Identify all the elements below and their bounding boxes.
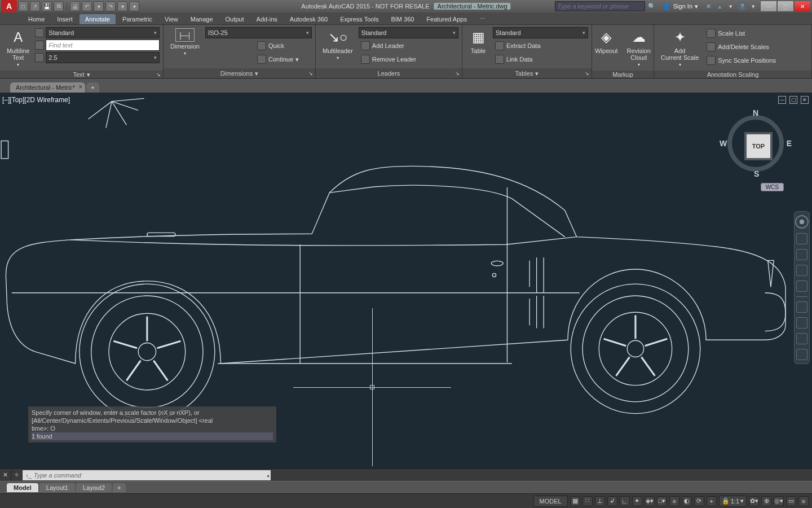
grid-icon[interactable]: ▦ [570,496,580,506]
plot-icon[interactable]: 🖨 [70,1,80,11]
link-data-button[interactable]: Link Data [493,53,588,65]
panel-title-leaders[interactable]: Leaders↘ [316,68,462,78]
spellcheck-icon[interactable] [35,28,44,37]
close-button[interactable]: ✕ [794,1,811,12]
help-search-input[interactable] [555,1,645,11]
steering-wheel-icon[interactable] [795,215,809,229]
extract-data-button[interactable]: Extract Data [493,40,588,52]
wcs-badge[interactable]: WCS [761,183,784,191]
open-icon[interactable]: ⭷ [30,1,40,11]
polar-icon[interactable]: ✦ [632,496,642,506]
cmdline-close-icon[interactable]: ✕ [0,470,11,480]
hardware-accel-icon[interactable]: ⊕ [761,496,771,506]
table-button[interactable]: ▦ Table [466,27,491,55]
dynamic-input-icon[interactable]: ↲ [607,496,617,506]
snap-icon[interactable]: ∷ [582,496,593,506]
viewcube-east[interactable]: E [787,139,792,148]
add-leader-button[interactable]: Add Leader [359,40,458,52]
search-icon[interactable]: 🔍 [647,2,656,11]
transparency-icon[interactable]: ◐ [682,496,692,506]
help-icon[interactable]: ? [738,2,747,11]
text-height-dropdown[interactable]: 2.5 [46,52,160,63]
scale-list-button[interactable]: Scale List [704,27,778,40]
multiline-text-button[interactable]: A Multiline Text ▾ [3,27,33,68]
qat-more-icon[interactable]: ▾ [129,1,139,11]
showmotion-icon[interactable] [796,281,807,292]
ribbon-tab-overflow[interactable]: ⋯ [474,14,491,24]
quick-dim-button[interactable]: Quick [255,40,301,52]
ribbon-tab-annotate[interactable]: Annotate [80,14,116,24]
ortho-icon[interactable]: ∟ [620,496,630,506]
text-height-icon[interactable] [35,53,44,62]
dim-diameter-icon[interactable] [218,53,229,64]
nav-tool-icon[interactable] [796,349,807,360]
ribbon-tab-autodesk-360[interactable]: Autodesk 360 [284,14,333,24]
add-delete-scales-button[interactable]: Add/Delete Scales [704,41,778,53]
drawing-canvas[interactable]: [–][Top][2D Wireframe] — ▢ ✕ [0,93,812,468]
saveas-icon[interactable]: ⧉ [54,1,64,11]
dim-arc-icon[interactable] [242,40,254,51]
a360-icon[interactable]: ⟁ [715,2,724,11]
nav-tool-icon[interactable] [796,317,807,329]
viewcube[interactable]: TOP N S E W [722,110,789,177]
panel-title-text[interactable]: Text ▾↘ [0,71,163,78]
viewcube-face[interactable]: TOP [747,134,770,158]
command-line-input[interactable]: Type a command ▴ [23,470,271,480]
redo-drop-icon[interactable]: ▾ [117,1,127,11]
maximize-button[interactable]: ▢ [777,1,794,12]
ribbon-tab-output[interactable]: Output [220,14,250,24]
workspace-icon[interactable]: ✿▾ [749,496,759,506]
help-drop-icon[interactable]: ▾ [726,2,735,11]
close-tab-icon[interactable]: ✕ [78,84,83,90]
cmdline-recent-icon[interactable]: ▴ [267,472,270,478]
viewcube-north[interactable]: N [753,108,758,117]
ribbon-tab-parametric[interactable]: Parametric [117,14,158,24]
infer-constraints-icon[interactable]: ⊥ [595,496,605,506]
panel-expand-icon[interactable]: ↘ [156,72,161,77]
wipeout-button[interactable]: ◈ Wipeout [592,27,621,55]
minimize-button[interactable]: — [760,1,777,12]
dim-aligned-icon[interactable] [218,40,229,51]
selection-cycling-icon[interactable]: ⟳ [694,496,704,506]
isoplane-icon[interactable]: ◈▾ [645,496,655,506]
new-icon[interactable]: □ [18,1,28,11]
dim-ordinate-icon[interactable] [230,53,241,64]
panel-expand-icon[interactable]: ↘ [308,71,313,76]
find-icon[interactable] [35,41,44,50]
multileader-button[interactable]: ↘○ Multileader ▾ [319,27,356,62]
remove-leader-button[interactable]: Remove Leader [359,53,458,65]
lineweight-icon[interactable]: ≡ [669,496,679,506]
dim-style-dropdown[interactable]: ISO-25 [205,27,312,38]
panel-expand-icon[interactable]: ↘ [455,71,460,76]
ribbon-tab-insert[interactable]: Insert [51,14,78,24]
viewcube-south[interactable]: S [754,169,759,178]
app-logo[interactable]: A [1,0,17,12]
layout-tab-layout2[interactable]: Layout2 [76,483,112,492]
save-icon[interactable]: 💾 [42,1,52,11]
undo-drop-icon[interactable]: ▾ [94,1,104,11]
ribbon-tab-bim-360[interactable]: BIM 360 [385,14,420,24]
sync-scale-button[interactable]: Sync Scale Positions [704,54,778,67]
leader-style-dropdown[interactable]: Standard [359,27,458,38]
orbit-icon[interactable] [796,265,807,276]
dim-radius-icon[interactable] [205,53,217,64]
text-style-dropdown[interactable]: Standard [46,27,160,38]
dim-angular-icon[interactable] [230,40,241,51]
ribbon-tab-featured-apps[interactable]: Featured Apps [421,14,473,24]
annotation-monitor-icon[interactable]: + [707,496,717,506]
clean-screen-icon[interactable]: ▭ [786,496,796,506]
isolate-icon[interactable]: ◎▾ [774,496,784,506]
dim-linear-icon[interactable] [205,40,217,51]
document-tab[interactable]: Architectural - Metric*✕ [10,82,85,93]
panel-title-dimensions[interactable]: Dimensions ▾↘ [164,68,315,78]
revision-cloud-button[interactable]: ☁ Revision Cloud ▾ [624,27,654,68]
dimension-button[interactable]: ├─┤ Dimension ▾ [167,27,203,57]
exchange-icon[interactable]: ✕ [704,2,713,11]
ribbon-tab-home[interactable]: Home [23,14,50,24]
layout-tab-model[interactable]: Model [7,483,38,492]
nav-tool-icon[interactable] [796,333,807,344]
add-current-scale-button[interactable]: ✦ Add Current Scale ▾ [657,27,702,68]
customization-icon[interactable]: ≡ [798,496,809,506]
ribbon-tab-add-ins[interactable]: Add-ins [251,14,283,24]
redo-icon[interactable]: ↷ [105,1,116,11]
